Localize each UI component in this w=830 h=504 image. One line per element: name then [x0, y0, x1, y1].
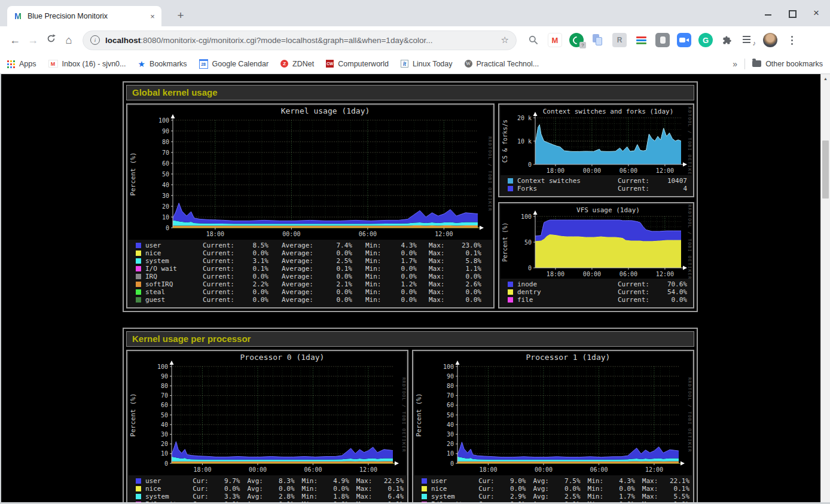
- svg-text:12:00: 12:00: [656, 271, 674, 277]
- legend-stat-value: 7.5%: [556, 477, 580, 485]
- other-bookmarks-button[interactable]: Other bookmarks: [752, 60, 823, 68]
- bookmarks-overflow-button[interactable]: »: [733, 59, 737, 69]
- voice-extension-button[interactable]: ?: [569, 33, 584, 47]
- svg-text:Percent (%): Percent (%): [129, 393, 137, 437]
- legend-stat-value: 0.0%: [326, 296, 352, 304]
- bookmark-calendar[interactable]: 28Google Calendar: [199, 59, 269, 69]
- legend-stat-label: Min:: [365, 265, 390, 273]
- home-button[interactable]: ⌂: [60, 34, 78, 47]
- gray-app-extension-button[interactable]: [655, 33, 670, 47]
- svg-text:00:00: 00:00: [583, 167, 601, 174]
- legend-series-name: softIRQ: [145, 280, 203, 288]
- legend-stat-label: Max:: [429, 257, 454, 265]
- legend-stat-value: 0.0%: [270, 485, 294, 493]
- chart-vfs: 05010018:0000:0006:0012:00VFS usage (1da…: [501, 204, 692, 279]
- gmail-extension-button[interactable]: M: [548, 33, 562, 47]
- legend-swatch: [136, 266, 141, 271]
- svg-text:30: 30: [162, 193, 169, 199]
- puzzle-icon: [722, 35, 733, 46]
- legend-stat-value: 0.1%: [454, 249, 481, 257]
- site-info-icon[interactable]: i: [90, 35, 100, 45]
- legend-stat-value: 0.0%: [663, 296, 689, 304]
- grammarly-extension-button[interactable]: G: [698, 33, 713, 47]
- bookmark-label: Google Calendar: [212, 60, 269, 68]
- bookmark-linuxtoday[interactable]: ltLinux Today: [401, 60, 453, 68]
- books-extension-button[interactable]: [634, 33, 648, 47]
- section-kernel-per-processor: Kernel usage per processor 0102030405060…: [123, 328, 698, 504]
- omnibox[interactable]: i localhost:8080/monitorix-cgi/monitorix…: [83, 30, 517, 50]
- svg-text:18:00: 18:00: [479, 466, 497, 473]
- processor0-graph[interactable]: 010203040506070809010018:0000:0006:0012:…: [129, 352, 406, 475]
- copy-pages-extension-button[interactable]: [591, 33, 605, 47]
- processor1-graph[interactable]: 010203040506070809010018:0000:0006:0012:…: [414, 352, 692, 475]
- vfs-usage-panel: 05010018:0000:0006:0012:00VFS usage (1da…: [498, 202, 694, 308]
- legend-stat-label: Max:: [429, 280, 454, 288]
- maximize-button[interactable]: [788, 9, 797, 17]
- svg-text:50: 50: [161, 412, 168, 419]
- svg-text:00:00: 00:00: [535, 466, 553, 473]
- legend-stat-value: 4.3%: [610, 477, 634, 485]
- minimize-button[interactable]: [764, 9, 773, 17]
- bookmark-cw[interactable]: CWComputerworld: [326, 60, 389, 68]
- bookmarks-bar: AppsMInbox (16) - sjvn0...★Bookmarks28Go…: [0, 54, 830, 74]
- media-list-button[interactable]: ♪: [741, 33, 756, 47]
- svg-text:06:00: 06:00: [590, 466, 608, 473]
- right-column: 010 k20 k18:0000:0006:0012:00Context swi…: [498, 103, 694, 308]
- legend-stat-value: 1.8%: [324, 493, 349, 500]
- context-switches-panel: 010 k20 k18:0000:0006:0012:00Context swi…: [498, 103, 694, 197]
- new-tab-button[interactable]: +: [172, 7, 189, 24]
- url-text[interactable]: localhost:8080/monitorix-cgi/monitorix.c…: [105, 36, 496, 45]
- bookmark-star[interactable]: ★Bookmarks: [138, 59, 187, 69]
- legend-stat-label: Current:: [203, 249, 242, 257]
- reload-button[interactable]: [42, 33, 60, 47]
- close-button[interactable]: ×: [812, 9, 820, 17]
- browser-menu-button[interactable]: [785, 33, 799, 47]
- bookmark-wordpress[interactable]: WPractical Technol...: [465, 60, 539, 68]
- legend-series-name: Forks: [517, 185, 618, 193]
- context-switches-legend: Context switchesCurrent:10407ForksCurren…: [501, 175, 692, 195]
- monitorix-page: Global kernel usage 01020304050607080901…: [123, 81, 698, 504]
- vfs-usage-graph[interactable]: 05010018:0000:0006:0012:00VFS usage (1da…: [501, 204, 692, 279]
- bookmark-gmail[interactable]: MInbox (16) - sjvn0...: [48, 60, 126, 68]
- svg-text:70: 70: [162, 149, 169, 156]
- video-call-extension-button[interactable]: [677, 33, 691, 47]
- browser-tab[interactable]: M Blue Precision Monitorix ×: [7, 6, 161, 26]
- bookmark-apps[interactable]: Apps: [7, 60, 36, 68]
- legend-swatch: [422, 494, 427, 499]
- search-icon: [527, 34, 539, 46]
- svg-text:12:00: 12:00: [435, 231, 453, 237]
- legend-stat-value: 9.0%: [501, 477, 526, 485]
- svg-text:Percent (%): Percent (%): [502, 222, 508, 262]
- kernel-usage-graph[interactable]: 010203040506070809010018:0000:0006:0012:…: [129, 106, 492, 240]
- bookmark-zdnet[interactable]: ZZDNet: [280, 60, 314, 68]
- legend-row-system: systemCur:3.3%Avg:2.8%Min:1.8%Max:6.4%: [136, 493, 404, 500]
- r-extension-button[interactable]: R: [612, 33, 627, 47]
- bookmark-label: ZDNet: [292, 60, 314, 68]
- legend-row-user: userCur:9.0%Avg:7.5%Min:4.3%Max:22.1%: [422, 477, 689, 485]
- legend-stat-label: Current:: [618, 280, 663, 288]
- profile-avatar[interactable]: [763, 33, 777, 47]
- search-extension-button[interactable]: [526, 33, 541, 47]
- legend-swatch: [136, 494, 141, 499]
- svg-text:Kernel usage (1day): Kernel usage (1day): [281, 106, 370, 115]
- tab-close-icon[interactable]: ×: [147, 12, 158, 21]
- legend-stat-label: Min:: [365, 273, 390, 280]
- context-switches-graph[interactable]: 010 k20 k18:0000:0006:0012:00Context swi…: [501, 106, 692, 175]
- reload-icon: [46, 33, 56, 44]
- extensions-menu-button[interactable]: [720, 33, 734, 47]
- legend-series-name: Context switches: [517, 177, 618, 185]
- back-button[interactable]: ←: [6, 34, 24, 47]
- calendar-icon: 28: [199, 59, 208, 69]
- scrollbar-thumb[interactable]: [822, 140, 829, 198]
- bookmark-star-icon[interactable]: ☆: [501, 35, 509, 45]
- forward-button[interactable]: →: [24, 34, 42, 47]
- wordpress-icon: W: [465, 60, 472, 68]
- legend-stat-label: Min:: [588, 477, 611, 485]
- legend-row-user: userCur:9.7%Avg:8.3%Min:4.9%Max:22.5%: [136, 477, 404, 485]
- scrollbar-up-arrow[interactable]: ▲: [821, 74, 830, 83]
- legend-swatch: [136, 258, 141, 264]
- legend-row-IRQ: IRQCurrent:0.0%Average:0.0%Min:0.0%Max:0…: [136, 273, 490, 280]
- page-scrollbar[interactable]: ▲: [820, 74, 830, 502]
- svg-text:RRDTOOL / TOBI OETIKER: RRDTOOL / TOBI OETIKER: [401, 377, 406, 453]
- svg-text:RRDTOOL / TOBI OETIKER: RRDTOOL / TOBI OETIKER: [687, 204, 692, 279]
